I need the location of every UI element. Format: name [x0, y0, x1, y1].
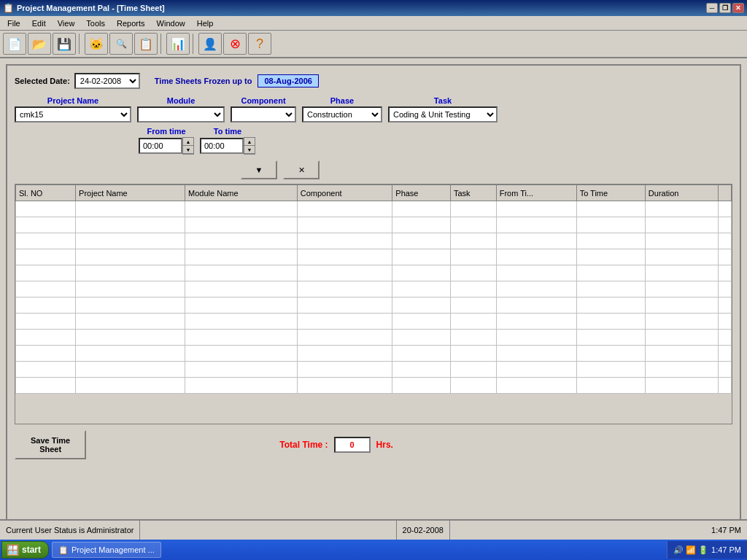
status-bar: Current User Status is Administrator 20-…: [0, 519, 747, 540]
toolbar-print[interactable]: 🐱: [85, 33, 108, 55]
toolbar-new[interactable]: 📄: [3, 33, 26, 55]
title-bar: 📋 Project Management Pal - [Time Sheet] …: [0, 0, 747, 16]
table-body: [16, 201, 732, 394]
taskbar-items: 📋 Project Management ...: [49, 542, 667, 558]
to-time-input[interactable]: [200, 138, 244, 154]
data-table-container: Sl. NO Project Name Module Name Componen…: [15, 184, 732, 424]
from-time-input[interactable]: [139, 138, 182, 154]
taskbar-item-icon: 📋: [58, 545, 69, 555]
app-icon: 📋: [3, 3, 14, 13]
component-label: Component: [231, 96, 296, 105]
toolbar-help[interactable]: ?: [248, 33, 271, 55]
project-name-group: Project Name cmk15: [15, 96, 131, 122]
frozen-date-value: 08-Aug-2006: [258, 74, 318, 88]
col-module: Module Name: [185, 185, 298, 201]
col-component: Component: [297, 185, 392, 201]
task-label: Task: [388, 96, 498, 105]
task-select[interactable]: Coding & Unit Testing: [388, 106, 498, 122]
menu-reports[interactable]: Reports: [111, 18, 151, 29]
menu-edit[interactable]: Edit: [26, 18, 52, 29]
task-group: Task Coding & Unit Testing: [388, 96, 498, 122]
time-row: From time ▲ ▼ To time ▲ ▼: [15, 127, 732, 155]
table-row: [16, 346, 732, 362]
table-row: [16, 314, 732, 330]
window-controls: ─ ❐ ✕: [706, 3, 744, 13]
project-name-select[interactable]: cmk15: [15, 106, 131, 122]
toolbar-separator-2: [160, 34, 163, 54]
table-row: [16, 330, 732, 346]
toolbar: 📄 📂 💾 🐱 🔍 📋 📊 👤 ⊗ ?: [0, 31, 747, 58]
selected-date-input[interactable]: 24-02-2008: [74, 73, 140, 89]
from-time-spinner-buttons: ▲ ▼: [182, 137, 194, 155]
toolbar-separator-1: [79, 34, 82, 54]
from-time-spinner: ▲ ▼: [139, 137, 194, 155]
minimize-button[interactable]: ─: [706, 3, 718, 13]
total-time-area: Total Time : 0 Hrs.: [279, 437, 393, 453]
col-to: To Time: [576, 185, 645, 201]
toolbar-timesheet[interactable]: 📋: [134, 33, 158, 55]
status-time: 1:47 PM: [705, 521, 747, 540]
toolbar-stop[interactable]: ⊗: [223, 33, 247, 55]
restore-button[interactable]: ❐: [719, 3, 731, 13]
menu-window[interactable]: Window: [151, 18, 191, 29]
start-button[interactable]: 🪟 start: [1, 541, 49, 559]
tray-icons: 🔊 📶 🔋: [673, 545, 708, 555]
timesheet-table: Sl. NO Project Name Module Name Componen…: [15, 184, 732, 394]
table-row: [16, 298, 732, 314]
window-title: Project Management Pal - [Time Sheet]: [17, 4, 706, 12]
module-select[interactable]: [137, 106, 225, 122]
menu-view[interactable]: View: [52, 18, 81, 29]
toolbar-save[interactable]: 💾: [53, 33, 76, 55]
component-select[interactable]: [231, 106, 296, 122]
save-sheet-button[interactable]: Save TimeSheet: [15, 430, 86, 459]
to-time-label: To time: [200, 127, 255, 136]
col-slno: Sl. NO: [16, 185, 76, 201]
to-time-down[interactable]: ▼: [244, 146, 255, 154]
main-content: Selected Date: 24-02-2008 Time Sheets Fr…: [0, 58, 747, 540]
top-row: Selected Date: 24-02-2008 Time Sheets Fr…: [15, 73, 732, 89]
menu-help[interactable]: Help: [191, 18, 220, 29]
col-task: Task: [451, 185, 497, 201]
table-row: [16, 265, 732, 281]
phase-label: Phase: [302, 96, 382, 105]
module-label: Module: [137, 96, 225, 105]
table-header-row: Sl. NO Project Name Module Name Componen…: [16, 185, 732, 201]
add-entry-button[interactable]: ▼: [241, 160, 277, 179]
bottom-row: Save TimeSheet Total Time : 0 Hrs.: [15, 430, 732, 459]
action-row: ▼ ✕: [15, 160, 732, 179]
menu-tools[interactable]: Tools: [80, 18, 111, 29]
table-row: [16, 233, 732, 249]
taskbar-tray: 🔊 📶 🔋 1:47 PM: [667, 541, 747, 559]
from-time-label: From time: [139, 127, 194, 136]
fields-row: Project Name cmk15 Module Component Phas…: [15, 96, 732, 122]
menu-bar: File Edit View Tools Reports Window Help: [0, 16, 747, 31]
to-time-group: To time ▲ ▼: [200, 127, 255, 155]
toolbar-open[interactable]: 📂: [28, 33, 51, 55]
menu-file[interactable]: File: [1, 18, 26, 29]
form-panel: Selected Date: 24-02-2008 Time Sheets Fr…: [6, 64, 741, 534]
to-time-up[interactable]: ▲: [244, 138, 255, 146]
toolbar-person[interactable]: 👤: [198, 33, 222, 55]
toolbar-separator-3: [193, 34, 196, 54]
clear-entry-button[interactable]: ✕: [283, 160, 320, 179]
col-project: Project Name: [76, 185, 185, 201]
from-time-down[interactable]: ▼: [183, 146, 193, 154]
taskbar-item-label: Project Management ...: [71, 545, 155, 554]
toolbar-chart[interactable]: 📊: [166, 33, 190, 55]
col-action: [719, 185, 732, 201]
to-time-spinner-buttons: ▲ ▼: [244, 137, 255, 155]
user-status: Current User Status is Administrator: [0, 521, 140, 540]
hrs-label: Hrs.: [376, 440, 393, 450]
selected-date-label: Selected Date:: [15, 77, 70, 85]
phase-select[interactable]: Construction: [302, 106, 382, 122]
phase-group: Phase Construction: [302, 96, 382, 122]
total-hours-display: 0: [334, 437, 371, 453]
taskbar-item-0[interactable]: 📋 Project Management ...: [52, 542, 161, 558]
col-duration: Duration: [645, 185, 718, 201]
status-date: 20-02-2008: [396, 521, 450, 540]
table-header: Sl. NO Project Name Module Name Componen…: [16, 185, 732, 201]
toolbar-preview[interactable]: 🔍: [109, 33, 133, 55]
col-from: From Ti...: [496, 185, 576, 201]
from-time-up[interactable]: ▲: [183, 138, 193, 146]
close-button[interactable]: ✕: [732, 3, 744, 13]
